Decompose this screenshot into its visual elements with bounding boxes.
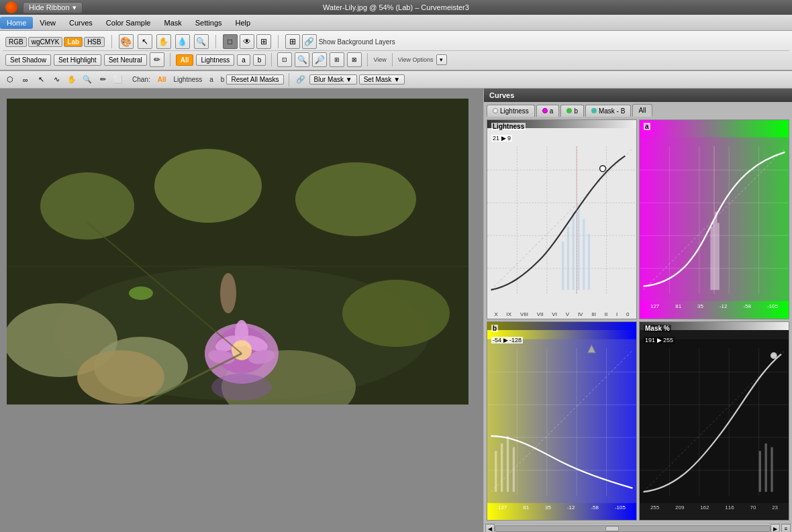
chan-a[interactable]: a — [209, 76, 213, 83]
zoom-out-icon[interactable]: 🔍 — [295, 52, 309, 67]
menu-color-sample[interactable]: Color Sample — [99, 17, 158, 29]
zoom-in-icon[interactable]: 🔎 — [312, 52, 327, 67]
zoom-reset-icon[interactable]: ⊞ — [330, 52, 344, 67]
tab-a[interactable]: a — [536, 105, 560, 117]
chan-lightness[interactable]: Lightness — [173, 76, 202, 83]
color-mode-lab[interactable]: Lab — [64, 37, 83, 47]
svg-rect-51 — [710, 227, 712, 290]
arrow-tool-icon[interactable]: ↖ — [138, 34, 152, 49]
tab-all[interactable]: All — [632, 104, 652, 117]
set-mask-button[interactable]: Set Mask ▼ — [359, 74, 405, 85]
view-eye-icon[interactable]: 👁 — [240, 34, 254, 49]
tab-mask-b[interactable]: Mask - B — [585, 105, 631, 117]
zoom-hand-icon[interactable]: ⊠ — [347, 52, 362, 67]
channel-b-tab[interactable]: b — [253, 54, 266, 66]
tb-chain-icon[interactable]: 🔗 — [294, 73, 307, 87]
tb-arrow-icon[interactable]: ↖ — [34, 73, 48, 87]
zoom-fit-icon[interactable]: ⊡ — [277, 52, 292, 67]
hide-ribbon-button[interactable]: Hide Ribbon ▾ — [23, 2, 83, 13]
tb-curve-icon[interactable]: ∿ — [50, 73, 63, 87]
scroll-right-btn[interactable]: ▶ — [771, 524, 780, 532]
curves-tabs: Lightness a b Mask - B All — [484, 102, 792, 117]
chan-label: Chan: — [132, 76, 150, 83]
tab-b[interactable]: b — [560, 105, 584, 117]
tb-mask-icon[interactable]: ⬜ — [111, 73, 125, 87]
chan-all[interactable]: All — [158, 76, 166, 83]
svg-rect-38 — [588, 234, 590, 290]
scroll-more-btn[interactable]: ≡ — [781, 524, 791, 532]
menu-help[interactable]: Help — [229, 17, 258, 29]
curve-mask-cell[interactable]: Mask % 191 ▶ 255 255 209 162 116 70 23 — [639, 321, 789, 521]
hand-tool-icon[interactable]: ✋ — [156, 34, 171, 49]
view-options-icon[interactable]: ⊞ — [256, 34, 271, 49]
color-mode-rgb[interactable]: RGB — [5, 37, 27, 47]
set-neutral-button[interactable]: Set Neutral — [104, 54, 147, 66]
tb-zoom-icon[interactable]: 🔍 — [81, 73, 94, 87]
svg-rect-68 — [507, 435, 509, 491]
menu-settings[interactable]: Settings — [189, 17, 229, 29]
scroll-left-btn[interactable]: ◀ — [485, 524, 495, 532]
curve-a-cell[interactable]: a 127 81 35 -12 -58 -105 — [639, 119, 789, 319]
svg-point-84 — [771, 352, 777, 358]
curve-lightness-cell[interactable]: Lightness 21 ▶ 9 X IX VIII VII VI V IV I… — [487, 119, 637, 319]
curves-grid: Lightness 21 ▶ 9 X IX VIII VII VI V IV I… — [484, 117, 792, 523]
menu-home[interactable]: Home — [0, 17, 33, 29]
channel-a-tab[interactable]: a — [237, 54, 250, 66]
menu-mask[interactable]: Mask — [157, 17, 188, 29]
view-group: □ 👁 ⊞ — [223, 34, 271, 49]
tb-eye-icon[interactable]: ✏ — [96, 73, 109, 87]
curve-b-cell[interactable]: b -54 ▶ -128 127 81 35 -12 -58 -105 — [487, 321, 637, 521]
svg-rect-81 — [759, 451, 761, 492]
svg-point-9 — [77, 350, 164, 404]
mask-curve-svg — [640, 322, 789, 521]
eyedropper-icon[interactable]: 💧 — [175, 34, 190, 49]
set-highlight-button[interactable]: Set Highlight — [54, 54, 101, 66]
scroll-thumb[interactable] — [605, 526, 619, 531]
menu-curves[interactable]: Curves — [62, 17, 99, 29]
svg-point-3 — [154, 149, 262, 223]
lightness-x-labels: X IX VIII VII VI V IV III II I 0 — [487, 311, 636, 317]
a-label: a — [644, 123, 650, 130]
neutral-eyedropper-icon[interactable]: ✏ — [150, 52, 164, 67]
curves-scrollbar[interactable]: ◀ ▶ ≡ — [484, 523, 792, 532]
curves-panel: Curves Lightness a b Mask - B All — [483, 89, 792, 532]
menubar: Home View Curves Color Sample Mask Setti… — [0, 15, 792, 31]
svg-point-19 — [211, 374, 272, 401]
lightness-dot — [493, 108, 498, 113]
titlebar: Hide Ribbon ▾ Water-Lily.jpg @ 54% (Lab)… — [0, 0, 792, 15]
color-mode-hsb[interactable]: HSB — [84, 37, 105, 47]
blur-mask-button[interactable]: Blur Mask ▼ — [309, 74, 357, 85]
a-dot — [542, 108, 548, 113]
divider6 — [367, 53, 368, 66]
chan-b[interactable]: b — [221, 76, 225, 83]
color-mode-wgcmyk[interactable]: wgCMYK — [28, 37, 63, 47]
tb-icon1[interactable]: ⬡ — [3, 73, 17, 87]
svg-rect-33 — [562, 242, 564, 290]
scroll-track[interactable] — [495, 525, 771, 532]
show-bg-icon[interactable]: ⊞ — [285, 34, 300, 49]
view-label: View — [373, 56, 386, 63]
image-canvas[interactable] — [7, 99, 468, 405]
view-rect-icon[interactable]: □ — [223, 34, 238, 49]
svg-point-10 — [220, 273, 236, 313]
svg-rect-54 — [717, 223, 719, 290]
view-options-btn[interactable]: ▾ — [436, 54, 447, 65]
tb-hand-icon[interactable]: ✋ — [65, 73, 79, 87]
channel-lightness-tab[interactable]: Lightness — [196, 54, 234, 66]
magnify-icon[interactable]: 🔍 — [194, 34, 209, 49]
b-values: -54 ▶ -128 — [491, 337, 523, 343]
color-circle-icon[interactable]: 🎨 — [119, 34, 134, 49]
a-curve-svg — [640, 120, 789, 319]
reset-masks-button[interactable]: Reset All Masks — [226, 74, 283, 85]
set-shadow-button[interactable]: Set Shadow — [5, 54, 51, 66]
tb-link-icon[interactable]: ∞ — [19, 73, 32, 87]
layers-icon[interactable]: 🔗 — [302, 34, 317, 49]
svg-point-39 — [600, 166, 606, 172]
tab-lightness[interactable]: Lightness — [487, 105, 535, 117]
menu-view[interactable]: View — [33, 17, 62, 29]
svg-rect-82 — [764, 443, 766, 492]
tb-divider — [289, 73, 289, 87]
channel-all-tab[interactable]: All — [176, 54, 194, 66]
svg-rect-53 — [715, 212, 717, 290]
b-label: b — [491, 325, 498, 332]
